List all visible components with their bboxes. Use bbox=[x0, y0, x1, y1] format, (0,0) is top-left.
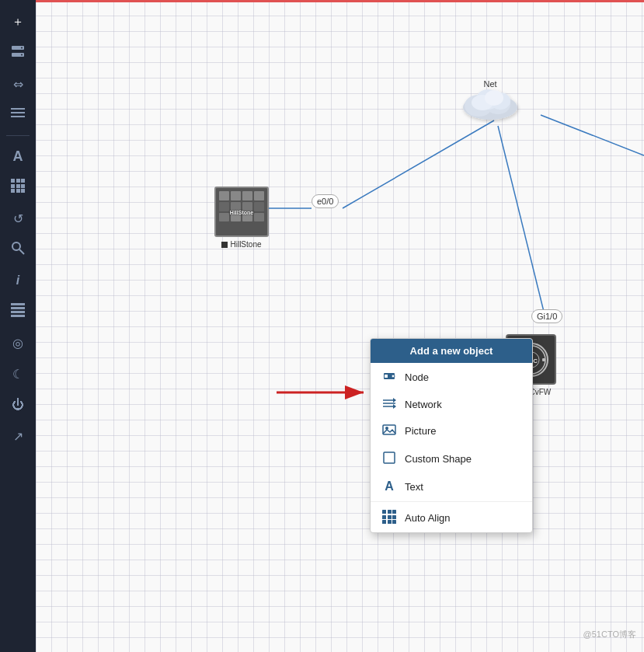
svg-rect-6 bbox=[11, 116, 25, 117]
svg-point-3 bbox=[21, 54, 23, 56]
hillstone-label: HillStone bbox=[221, 240, 261, 249]
arrow-svg bbox=[277, 381, 370, 404]
context-menu-node[interactable]: Node bbox=[371, 363, 532, 392]
cloud-label: Net bbox=[483, 79, 496, 89]
hillstone-device-icon: HillStone bbox=[214, 187, 269, 237]
context-menu-auto-align[interactable]: Auto Align bbox=[371, 504, 532, 532]
svg-rect-12 bbox=[21, 184, 25, 188]
grid-icon bbox=[11, 179, 25, 196]
canvas[interactable]: Net HillS bbox=[36, 0, 644, 652]
moon-icon: ☾ bbox=[12, 367, 23, 382]
svg-rect-10 bbox=[11, 184, 15, 188]
context-menu-header: Add a new object bbox=[371, 339, 532, 363]
svg-marker-49 bbox=[393, 404, 396, 409]
svg-rect-61 bbox=[392, 520, 396, 524]
svg-rect-15 bbox=[21, 189, 25, 193]
hillstone-node[interactable]: HillStone HillStone bbox=[214, 187, 269, 249]
top-border bbox=[36, 0, 644, 2]
svg-marker-48 bbox=[393, 398, 396, 403]
export-icon: ↗ bbox=[13, 429, 23, 444]
svg-line-17 bbox=[19, 249, 24, 254]
context-menu-arrow bbox=[277, 381, 370, 404]
watermark: @51CTO博客 bbox=[583, 629, 636, 640]
picture-menu-icon bbox=[381, 424, 397, 438]
custom-shape-menu-label: Custom Shape bbox=[405, 453, 472, 465]
network-menu-icon bbox=[381, 398, 397, 411]
svg-rect-11 bbox=[16, 184, 20, 188]
picture-menu-label: Picture bbox=[405, 425, 436, 437]
svg-rect-8 bbox=[16, 179, 20, 183]
svg-rect-55 bbox=[392, 510, 396, 514]
svg-rect-59 bbox=[382, 520, 386, 524]
interface-e0/0[interactable]: e0/0 bbox=[312, 194, 339, 208]
text-icon: A bbox=[13, 148, 23, 165]
sidebar-item-moon[interactable]: ☾ bbox=[4, 360, 32, 388]
list-icon bbox=[11, 107, 25, 123]
sidebar-item-grid[interactable] bbox=[4, 173, 32, 201]
sidebar-item-transfer[interactable]: ⇔ bbox=[4, 70, 32, 98]
svg-rect-38 bbox=[542, 358, 545, 361]
svg-rect-18 bbox=[11, 303, 25, 305]
svg-line-22 bbox=[343, 120, 494, 208]
sidebar-item-export[interactable]: ↗ bbox=[4, 422, 32, 450]
svg-rect-56 bbox=[382, 515, 386, 519]
auto-align-menu-label: Auto Align bbox=[405, 512, 451, 524]
svg-point-32 bbox=[485, 90, 503, 106]
connections-layer bbox=[36, 0, 644, 652]
hillstone-brand-text: HillStone bbox=[230, 209, 253, 214]
svg-rect-19 bbox=[11, 307, 25, 309]
interface-gi1/0[interactable]: Gi1/0 bbox=[531, 309, 562, 323]
auto-align-menu-icon bbox=[381, 510, 397, 526]
sidebar-item-refresh[interactable]: ↺ bbox=[4, 204, 32, 232]
check-icon: ◎ bbox=[12, 336, 23, 350]
cloud-node[interactable]: Net bbox=[455, 78, 525, 124]
svg-rect-50 bbox=[383, 425, 395, 434]
svg-line-25 bbox=[541, 115, 644, 155]
svg-rect-7 bbox=[11, 179, 15, 183]
context-menu: Add a new object Node bbox=[370, 338, 533, 533]
svg-rect-52 bbox=[384, 452, 395, 463]
sidebar-item-power[interactable]: ⏻ bbox=[4, 391, 32, 419]
power-icon: ⏻ bbox=[12, 398, 24, 412]
sidebar-item-text[interactable]: A bbox=[4, 142, 32, 170]
server-icon bbox=[10, 44, 26, 62]
svg-rect-53 bbox=[382, 510, 386, 514]
table-icon bbox=[11, 303, 25, 320]
svg-point-2 bbox=[21, 47, 23, 49]
svg-rect-5 bbox=[11, 112, 25, 113]
sidebar-item-check[interactable]: ◎ bbox=[4, 329, 32, 357]
svg-rect-44 bbox=[385, 375, 388, 378]
sidebar-item-server[interactable] bbox=[4, 39, 32, 67]
svg-rect-57 bbox=[388, 515, 392, 519]
transfer-icon: ⇔ bbox=[13, 77, 23, 92]
network-menu-label: Network bbox=[405, 399, 442, 410]
sidebar: ＋ ⇔ A bbox=[0, 0, 36, 652]
context-menu-text[interactable]: A Text bbox=[371, 473, 532, 500]
text-menu-label: Text bbox=[405, 481, 423, 493]
node-menu-icon bbox=[381, 369, 397, 385]
svg-rect-54 bbox=[388, 510, 392, 514]
sidebar-divider-1 bbox=[6, 135, 30, 136]
text-menu-icon: A bbox=[381, 479, 397, 493]
info-icon: i bbox=[16, 274, 19, 288]
svg-rect-14 bbox=[16, 189, 20, 193]
node-menu-label: Node bbox=[405, 371, 429, 383]
sidebar-item-list[interactable] bbox=[4, 101, 32, 129]
svg-point-43 bbox=[392, 375, 395, 378]
context-menu-custom-shape[interactable]: Custom Shape bbox=[371, 445, 532, 473]
search-icon bbox=[11, 241, 25, 258]
context-menu-divider bbox=[371, 501, 532, 502]
context-menu-picture[interactable]: Picture bbox=[371, 417, 532, 445]
context-menu-network[interactable]: Network bbox=[371, 392, 532, 417]
svg-point-16 bbox=[12, 242, 20, 250]
sidebar-item-search[interactable] bbox=[4, 235, 32, 263]
sidebar-item-info[interactable]: i bbox=[4, 267, 32, 295]
sidebar-item-table[interactable] bbox=[4, 298, 32, 326]
svg-rect-21 bbox=[11, 315, 25, 317]
add-icon: ＋ bbox=[12, 14, 24, 30]
svg-line-24 bbox=[498, 126, 545, 315]
svg-rect-58 bbox=[392, 515, 396, 519]
sidebar-item-add[interactable]: ＋ bbox=[4, 8, 32, 36]
hillstone-square-icon bbox=[221, 242, 228, 248]
svg-rect-13 bbox=[11, 189, 15, 193]
